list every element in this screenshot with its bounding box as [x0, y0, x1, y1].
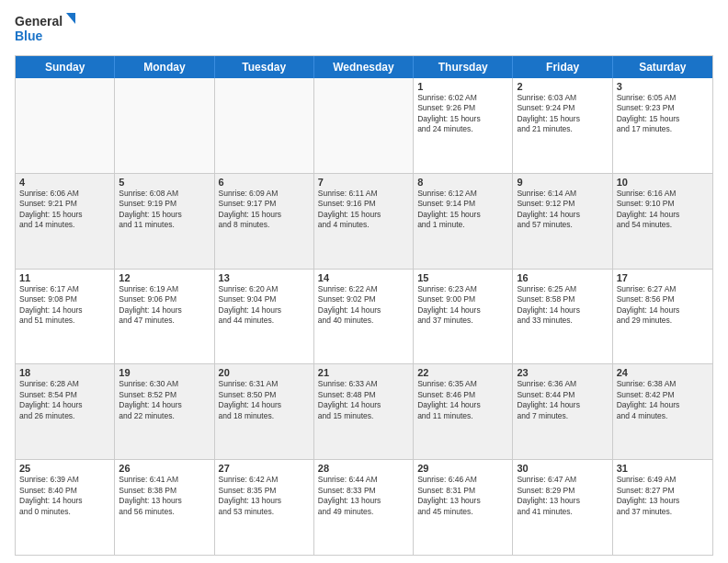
day-info: Sunrise: 6:36 AM Sunset: 8:44 PM Dayligh… — [517, 379, 608, 421]
day-info: Sunrise: 6:06 AM Sunset: 9:21 PM Dayligh… — [19, 189, 110, 231]
day-cell-21: 21Sunrise: 6:33 AM Sunset: 8:48 PM Dayli… — [314, 364, 414, 459]
day-info: Sunrise: 6:16 AM Sunset: 9:10 PM Dayligh… — [617, 189, 709, 231]
day-info: Sunrise: 6:41 AM Sunset: 8:38 PM Dayligh… — [119, 475, 210, 517]
header-day-wednesday: Wednesday — [314, 56, 414, 78]
day-number: 7 — [318, 177, 409, 188]
day-cell-6: 6Sunrise: 6:09 AM Sunset: 9:17 PM Daylig… — [215, 174, 314, 269]
day-number: 27 — [219, 463, 310, 474]
header-day-saturday: Saturday — [613, 56, 712, 78]
day-number: 16 — [517, 272, 608, 283]
day-cell-26: 26Sunrise: 6:41 AM Sunset: 8:38 PM Dayli… — [115, 460, 214, 555]
day-cell-12: 12Sunrise: 6:19 AM Sunset: 9:06 PM Dayli… — [115, 270, 214, 364]
day-number: 20 — [219, 367, 310, 378]
day-cell-27: 27Sunrise: 6:42 AM Sunset: 8:35 PM Dayli… — [215, 460, 314, 555]
svg-text:General: General — [15, 14, 63, 29]
day-info: Sunrise: 6:31 AM Sunset: 8:50 PM Dayligh… — [219, 379, 310, 421]
day-number: 23 — [517, 367, 608, 378]
page-header: General Blue — [15, 11, 713, 50]
day-info: Sunrise: 6:27 AM Sunset: 8:56 PM Dayligh… — [617, 284, 709, 327]
day-info: Sunrise: 6:17 AM Sunset: 9:08 PM Dayligh… — [19, 284, 110, 327]
day-number: 25 — [19, 463, 110, 474]
day-cell-14: 14Sunrise: 6:22 AM Sunset: 9:02 PM Dayli… — [314, 270, 414, 364]
day-number: 2 — [517, 81, 608, 92]
calendar-row-3: 11Sunrise: 6:17 AM Sunset: 9:08 PM Dayli… — [16, 270, 712, 365]
calendar-row-2: 4Sunrise: 6:06 AM Sunset: 9:21 PM Daylig… — [16, 174, 712, 270]
header-day-tuesday: Tuesday — [215, 56, 314, 78]
day-info: Sunrise: 6:11 AM Sunset: 9:16 PM Dayligh… — [318, 189, 409, 231]
calendar-row-5: 25Sunrise: 6:39 AM Sunset: 8:40 PM Dayli… — [16, 460, 712, 555]
day-info: Sunrise: 6:05 AM Sunset: 9:23 PM Dayligh… — [617, 93, 709, 135]
day-cell-19: 19Sunrise: 6:30 AM Sunset: 8:52 PM Dayli… — [115, 364, 214, 459]
day-cell-4: 4Sunrise: 6:06 AM Sunset: 9:21 PM Daylig… — [16, 174, 115, 269]
day-number: 10 — [617, 177, 709, 188]
header-day-sunday: Sunday — [16, 56, 115, 78]
day-number: 29 — [417, 463, 508, 474]
day-cell-16: 16Sunrise: 6:25 AM Sunset: 8:58 PM Dayli… — [513, 270, 612, 364]
day-number: 18 — [19, 367, 110, 378]
day-number: 21 — [318, 367, 409, 378]
svg-text:Blue: Blue — [15, 29, 43, 43]
header-day-friday: Friday — [513, 56, 612, 78]
day-info: Sunrise: 6:08 AM Sunset: 9:19 PM Dayligh… — [119, 189, 210, 231]
day-number: 6 — [219, 177, 310, 188]
day-cell-8: 8Sunrise: 6:12 AM Sunset: 9:14 PM Daylig… — [414, 174, 513, 269]
day-info: Sunrise: 6:47 AM Sunset: 8:29 PM Dayligh… — [517, 475, 608, 517]
calendar-row-4: 18Sunrise: 6:28 AM Sunset: 8:54 PM Dayli… — [16, 364, 712, 460]
day-number: 3 — [617, 81, 709, 92]
day-cell-15: 15Sunrise: 6:23 AM Sunset: 9:00 PM Dayli… — [414, 270, 513, 364]
day-cell-2: 2Sunrise: 6:03 AM Sunset: 9:24 PM Daylig… — [513, 78, 612, 173]
day-number: 30 — [517, 463, 608, 474]
day-info: Sunrise: 6:39 AM Sunset: 8:40 PM Dayligh… — [19, 475, 110, 517]
day-cell-20: 20Sunrise: 6:31 AM Sunset: 8:50 PM Dayli… — [215, 364, 314, 459]
day-number: 31 — [617, 463, 709, 474]
day-number: 28 — [318, 463, 409, 474]
day-info: Sunrise: 6:19 AM Sunset: 9:06 PM Dayligh… — [119, 284, 210, 327]
day-cell-13: 13Sunrise: 6:20 AM Sunset: 9:04 PM Dayli… — [215, 270, 314, 364]
day-number: 8 — [417, 177, 508, 188]
day-info: Sunrise: 6:23 AM Sunset: 9:00 PM Dayligh… — [417, 284, 508, 327]
day-info: Sunrise: 6:28 AM Sunset: 8:54 PM Dayligh… — [19, 379, 110, 421]
empty-cell — [215, 78, 314, 173]
day-number: 17 — [617, 272, 709, 283]
logo-svg: General Blue — [15, 11, 79, 50]
calendar-row-1: 1Sunrise: 6:02 AM Sunset: 9:26 PM Daylig… — [16, 78, 712, 174]
day-cell-9: 9Sunrise: 6:14 AM Sunset: 9:12 PM Daylig… — [513, 174, 612, 269]
day-cell-3: 3Sunrise: 6:05 AM Sunset: 9:23 PM Daylig… — [613, 78, 712, 173]
day-cell-18: 18Sunrise: 6:28 AM Sunset: 8:54 PM Dayli… — [16, 364, 115, 459]
day-cell-23: 23Sunrise: 6:36 AM Sunset: 8:44 PM Dayli… — [513, 364, 612, 459]
day-info: Sunrise: 6:35 AM Sunset: 8:46 PM Dayligh… — [417, 379, 508, 421]
svg-marker-2 — [66, 13, 75, 24]
day-number: 22 — [417, 367, 508, 378]
day-info: Sunrise: 6:03 AM Sunset: 9:24 PM Dayligh… — [517, 93, 608, 135]
day-info: Sunrise: 6:02 AM Sunset: 9:26 PM Dayligh… — [417, 93, 508, 135]
day-number: 1 — [417, 81, 508, 92]
day-cell-28: 28Sunrise: 6:44 AM Sunset: 8:33 PM Dayli… — [314, 460, 414, 555]
day-number: 5 — [119, 177, 210, 188]
empty-cell — [16, 78, 115, 173]
day-cell-7: 7Sunrise: 6:11 AM Sunset: 9:16 PM Daylig… — [314, 174, 414, 269]
day-cell-11: 11Sunrise: 6:17 AM Sunset: 9:08 PM Dayli… — [16, 270, 115, 364]
day-cell-17: 17Sunrise: 6:27 AM Sunset: 8:56 PM Dayli… — [613, 270, 712, 364]
day-info: Sunrise: 6:09 AM Sunset: 9:17 PM Dayligh… — [219, 189, 310, 231]
day-number: 26 — [119, 463, 210, 474]
calendar-header: SundayMondayTuesdayWednesdayThursdayFrid… — [16, 56, 712, 78]
day-cell-25: 25Sunrise: 6:39 AM Sunset: 8:40 PM Dayli… — [16, 460, 115, 555]
header-day-monday: Monday — [115, 56, 214, 78]
empty-cell — [115, 78, 214, 173]
day-info: Sunrise: 6:33 AM Sunset: 8:48 PM Dayligh… — [318, 379, 409, 421]
day-info: Sunrise: 6:14 AM Sunset: 9:12 PM Dayligh… — [517, 189, 608, 231]
day-cell-24: 24Sunrise: 6:38 AM Sunset: 8:42 PM Dayli… — [613, 364, 712, 459]
day-cell-22: 22Sunrise: 6:35 AM Sunset: 8:46 PM Dayli… — [414, 364, 513, 459]
day-number: 24 — [617, 367, 709, 378]
empty-cell — [314, 78, 414, 173]
day-number: 4 — [19, 177, 110, 188]
day-number: 15 — [417, 272, 508, 283]
day-cell-10: 10Sunrise: 6:16 AM Sunset: 9:10 PM Dayli… — [613, 174, 712, 269]
day-info: Sunrise: 6:30 AM Sunset: 8:52 PM Dayligh… — [119, 379, 210, 421]
logo: General Blue — [15, 11, 79, 50]
calendar-body: 1Sunrise: 6:02 AM Sunset: 9:26 PM Daylig… — [16, 78, 712, 555]
day-info: Sunrise: 6:12 AM Sunset: 9:14 PM Dayligh… — [417, 189, 508, 231]
day-cell-1: 1Sunrise: 6:02 AM Sunset: 9:26 PM Daylig… — [414, 78, 513, 173]
day-info: Sunrise: 6:25 AM Sunset: 8:58 PM Dayligh… — [517, 284, 608, 327]
day-info: Sunrise: 6:38 AM Sunset: 8:42 PM Dayligh… — [617, 379, 709, 421]
